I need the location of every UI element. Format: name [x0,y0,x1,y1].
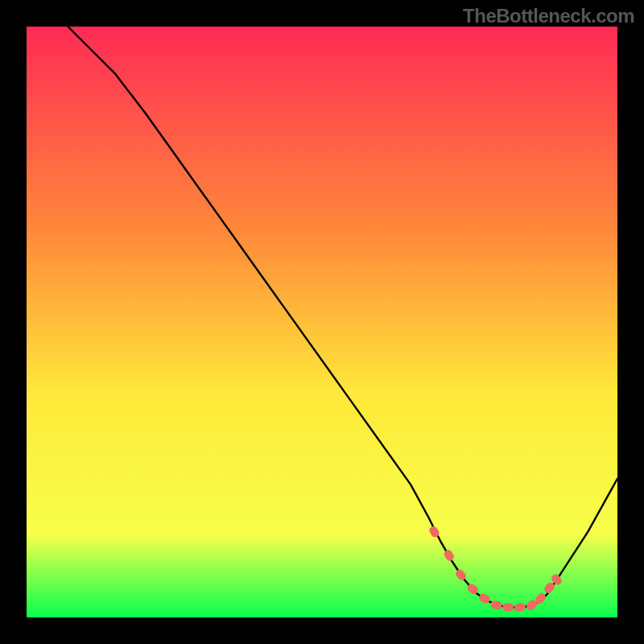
marker-dot [502,604,514,612]
bottleneck-chart [27,27,617,617]
watermark-text: TheBottleneck.com [463,5,634,27]
gradient-background [27,27,617,617]
plot-area [27,27,617,617]
chart-frame: TheBottleneck.com [0,0,644,644]
